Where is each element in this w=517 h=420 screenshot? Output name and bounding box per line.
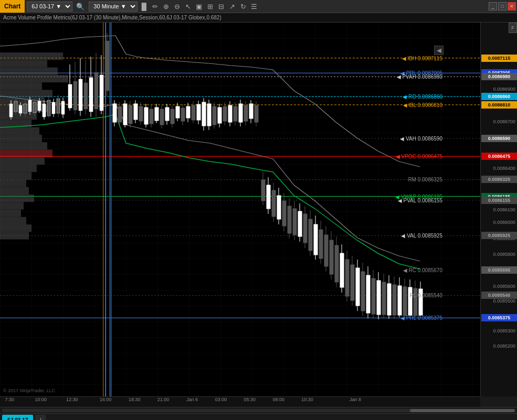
time-label-21:00: 21:00 — [157, 397, 170, 402]
window-controls: _ □ ✕ — [489, 2, 516, 10]
price-axis: 0.00871150.00870050.00869800.00869000.00… — [480, 23, 517, 396]
price-level-0.0086700: 0.0086700 — [480, 119, 517, 124]
time-label-7:30: 7:30 — [5, 397, 15, 402]
price-badge-rm: 0.0086325 — [481, 176, 517, 183]
svg-rect-38 — [0, 217, 26, 224]
price-badge-ibh: 0.0087115 — [481, 55, 517, 62]
svg-rect-21 — [0, 90, 52, 97]
svg-rect-35 — [0, 195, 34, 202]
settings-icon[interactable]: ☰ — [249, 2, 259, 11]
minimize-button[interactable]: _ — [489, 2, 497, 10]
price-level-0.0085500: 0.0085500 — [480, 299, 517, 304]
price-level-0.0085200: 0.0085200 — [480, 343, 517, 348]
price-badge-rc: 0.0085695 — [481, 266, 517, 274]
svg-rect-0 — [0, 23, 480, 396]
svg-rect-20 — [0, 82, 42, 90]
zoom-in-icon[interactable]: ⊕ — [161, 2, 171, 11]
chart-area[interactable]: ◀ © 2017 NinjaTrader, LLC — [0, 23, 480, 396]
chart-subtitle: Acme Volume Profile Metrics(6J 03-17 (30… — [0, 13, 517, 23]
time-label-05:30: 05:30 — [244, 397, 256, 402]
svg-rect-19 — [0, 75, 68, 82]
time-label-18:30: 18:30 — [129, 397, 141, 402]
price-badge-val: 0.0085925 — [481, 232, 517, 239]
toolbar: 🔍 30 Minute ▼ ▐▌ ✏ ⊕ ⊖ ↖ ▣ ⊞ ⊟ ↗ ↻ ☰ — [76, 2, 259, 12]
chart-container: ◀ © 2017 NinjaTrader, LLC — [0, 23, 517, 396]
svg-rect-29 — [0, 149, 52, 157]
time-label-10:00: 10:00 — [35, 397, 47, 402]
scrollbar-thumb[interactable] — [410, 409, 515, 412]
price-level-0.0086900: 0.0086900 — [480, 87, 517, 91]
svg-rect-32 — [0, 172, 31, 179]
price-badge-prl_bot: 0.0085375 — [481, 314, 517, 321]
refresh-icon[interactable]: ↻ — [238, 2, 248, 11]
chart-menu-label[interactable]: Chart — [0, 0, 25, 13]
time-label-16:00: 16:00 — [100, 397, 112, 402]
add-tab-button[interactable]: + — [35, 415, 46, 420]
svg-rect-34 — [0, 187, 29, 195]
tool1-icon[interactable]: ⊞ — [205, 2, 215, 11]
time-label-12:30: 12:30 — [66, 397, 78, 402]
price-badge-rl: 0.0085540 — [481, 292, 517, 299]
svg-rect-27 — [0, 135, 42, 142]
svg-rect-28 — [0, 142, 47, 149]
price-level-0.0086000: 0.0086000 — [480, 220, 517, 225]
title-bar: Chart 6J 03-17 ▼ 🔍 30 Minute ▼ ▐▌ ✏ ⊕ ⊖ … — [0, 0, 517, 13]
price-badge-vah: 0.0086590 — [481, 135, 517, 142]
tool3-icon[interactable]: ↗ — [227, 2, 237, 11]
svg-rect-24 — [0, 112, 37, 120]
svg-rect-17 — [0, 60, 47, 67]
scrollbar-track[interactable] — [2, 409, 515, 412]
time-label-Jan 6: Jan 6 — [186, 397, 198, 402]
copyright: © 2017 NinjaTrader, LLC — [3, 388, 55, 393]
svg-rect-16 — [0, 52, 63, 60]
close-button[interactable]: ✕ — [508, 2, 516, 10]
time-label-10:30: 10:30 — [301, 397, 313, 402]
time-label-Jan 8: Jan 8 — [350, 397, 361, 402]
bars-icon[interactable]: ▐▌ — [139, 2, 149, 11]
svg-rect-37 — [0, 210, 21, 217]
svg-rect-30 — [0, 157, 45, 165]
chart-tab[interactable]: 6J 03-17 — [2, 415, 33, 420]
price-badge-vpoc: 0.0086475 — [481, 153, 517, 160]
price-badge-pval: 0.0086155 — [481, 197, 517, 204]
price-badge-ro: 0.0086860 — [481, 93, 517, 100]
price-level-0.0085600: 0.0085600 — [480, 284, 517, 288]
magnify-icon[interactable]: 🔍 — [76, 2, 85, 11]
svg-rect-199 — [109, 23, 112, 396]
svg-rect-39 — [0, 224, 31, 232]
tab-bar: 6J 03-17 + — [0, 413, 517, 420]
price-level-0.0086100: 0.0086100 — [480, 207, 517, 212]
price-level-0.0085300: 0.0085300 — [480, 329, 517, 333]
svg-rect-33 — [0, 179, 26, 187]
cursor-icon[interactable]: ↖ — [183, 2, 193, 11]
screenshot-icon[interactable]: ▣ — [194, 2, 204, 11]
restore-button[interactable]: □ — [498, 2, 507, 10]
scrollbar[interactable] — [0, 407, 517, 413]
timeframe-dropdown[interactable]: 30 Minute ▼ — [89, 2, 138, 12]
price-badge-ibl: 0.0086810 — [481, 101, 517, 109]
svg-rect-36 — [0, 202, 24, 209]
f-button[interactable]: F — [509, 23, 517, 33]
symbol-dropdown[interactable]: 6J 03-17 ▼ — [27, 2, 72, 12]
price-level-0.0086400: 0.0086400 — [480, 166, 517, 171]
svg-rect-40 — [0, 232, 29, 239]
time-label-08:00: 08:00 — [272, 397, 284, 402]
time-label-03:00: 03:00 — [215, 397, 227, 402]
chart-svg — [0, 23, 480, 396]
svg-rect-26 — [0, 127, 39, 135]
zoom-out-icon[interactable]: ⊖ — [172, 2, 182, 11]
time-axis: 7:3010:0012:3016:0018:3021:00Jan 603:000… — [0, 396, 480, 407]
svg-rect-18 — [0, 68, 58, 75]
svg-rect-31 — [0, 165, 37, 172]
tool2-icon[interactable]: ⊟ — [216, 2, 226, 11]
draw-icon[interactable]: ✏ — [150, 2, 160, 11]
price-badge-pvah: 0.0086980 — [481, 73, 517, 80]
price-level-0.0085800: 0.0085800 — [480, 252, 517, 257]
